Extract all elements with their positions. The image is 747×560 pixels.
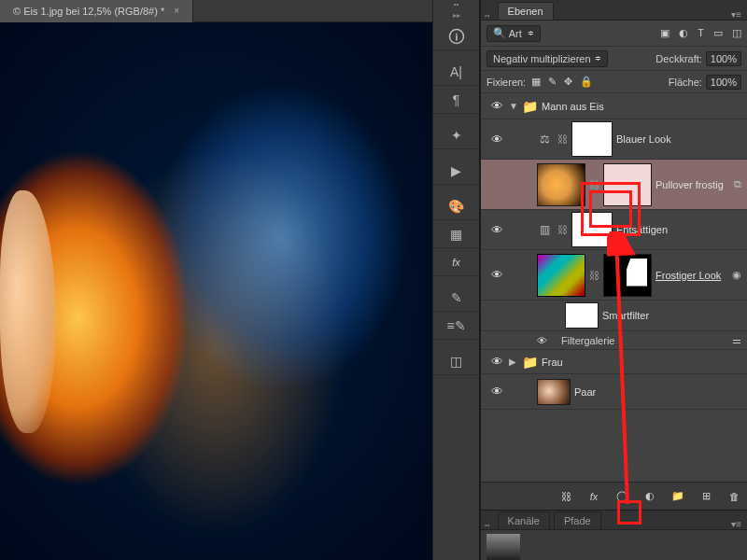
panel-menu-icon[interactable]: ▾≡	[731, 519, 741, 529]
swatches-panel-icon[interactable]: ▦	[433, 220, 479, 248]
color-panel-icon[interactable]: 🎨	[433, 192, 479, 220]
adjustment-balance-icon: ⚖	[537, 132, 552, 147]
lock-transparency-icon[interactable]: ▦	[531, 76, 541, 88]
channel-thumbnail[interactable]	[524, 534, 557, 560]
panel-grip[interactable]: ••	[481, 11, 494, 20]
layer-name[interactable]: Frau	[542, 357, 563, 368]
filter-shape-icon[interactable]: ▭	[713, 27, 723, 39]
dock-collapse-arrows[interactable]: ▸▸	[433, 11, 479, 22]
visibility-eye-icon[interactable]: 👁	[485, 133, 509, 147]
layer-name[interactable]: Entsättigen	[616, 224, 668, 235]
collapsed-panel-dock: •• ▸▸ i A| ¶ ✦ ▶ 🎨 ▦ fx ✎ ≡✎ ◫	[432, 0, 480, 560]
panel-menu-icon[interactable]: ▾≡	[731, 9, 741, 20]
lock-position-icon[interactable]: ✥	[564, 76, 572, 88]
smart-object-icon: ⧉	[734, 178, 741, 190]
visibility-eye-icon[interactable]: 👁	[485, 99, 509, 113]
canvas-area[interactable]	[0, 22, 432, 560]
layer-paar[interactable]: 👁 Paar	[481, 374, 747, 410]
lock-all-icon[interactable]: 🔒	[580, 76, 593, 88]
opacity-label: Deckkraft:	[655, 53, 702, 64]
styles-panel-icon[interactable]: fx	[433, 248, 479, 276]
document-tab[interactable]: © Eis 1.jpg bei 12,5% (RGB/8#) * ×	[0, 0, 193, 22]
group-disclosure-icon[interactable]: ▼	[509, 101, 522, 111]
layer-frostiger-look[interactable]: 👁 ⛓ Frostiger Look ◉	[481, 250, 747, 301]
blend-mode-value: Negativ multiplizieren	[493, 53, 591, 64]
layer-smartfilter-row[interactable]: Smartfilter	[481, 301, 747, 331]
filter-pixel-icon[interactable]: ▣	[660, 27, 669, 39]
filter-settings-icon[interactable]: ⚌	[732, 334, 741, 346]
layer-blauer-look[interactable]: 👁 ⚖ ⛓ Blauer Look	[481, 119, 747, 160]
layer-pullover-frostig[interactable]: ⛓ Pullover frostig ⧉	[481, 160, 747, 210]
visibility-eye-icon[interactable]: 👁	[485, 385, 509, 399]
layer-mask-thumbnail[interactable]	[571, 121, 613, 157]
dock-grip[interactable]: ••	[433, 0, 479, 11]
layer-filter-kind-select[interactable]: 🔍 Art ≑	[486, 25, 541, 42]
layer-entsaettigen[interactable]: 👁 ▥ ⛓ Entsättigen	[481, 210, 747, 250]
opacity-value[interactable]: 100%	[706, 51, 741, 66]
layer-name[interactable]: Smartfilter	[602, 310, 649, 321]
filter-name[interactable]: Filtergalerie	[561, 335, 614, 346]
channels-tab[interactable]: Kanäle	[498, 511, 550, 529]
layer-thumbnail[interactable]	[537, 163, 585, 206]
info-panel-icon[interactable]: i	[433, 22, 479, 50]
brush-panel-icon[interactable]: ✎	[433, 284, 479, 312]
visibility-eye-icon[interactable]: 👁	[537, 335, 556, 346]
visibility-eye-icon[interactable]: 👁	[485, 355, 509, 369]
delete-layer-icon[interactable]: 🗑	[726, 491, 741, 502]
close-tab-icon[interactable]: ×	[174, 6, 179, 16]
mask-link-icon[interactable]: ⛓	[589, 270, 599, 281]
layer-thumbnail[interactable]	[537, 254, 585, 297]
lock-paint-icon[interactable]: ✎	[548, 76, 557, 88]
layer-thumbnail[interactable]	[537, 379, 571, 405]
folder-icon: 📁	[522, 99, 538, 114]
smartfilter-filtergalerie[interactable]: 👁 Filtergalerie ⚌	[481, 331, 747, 350]
layer-name[interactable]: Pullover frostig	[655, 179, 724, 190]
layer-name[interactable]: Paar	[574, 386, 596, 398]
new-layer-icon[interactable]: ⊞	[698, 490, 713, 502]
filter-adjustment-icon[interactable]: ◐	[679, 27, 688, 39]
lock-label: Fixieren:	[486, 77, 526, 88]
fill-value[interactable]: 100%	[706, 75, 741, 90]
link-layers-icon[interactable]: ⛓	[558, 491, 573, 502]
mask-link-icon[interactable]: ⛓	[557, 224, 568, 235]
adjustment-hue-sat-icon: ▥	[537, 222, 552, 237]
brush-presets-panel-icon[interactable]: ≡✎	[433, 312, 479, 340]
kuler-panel-icon[interactable]: ✦	[433, 121, 479, 149]
mask-link-icon[interactable]: ⛓	[557, 133, 568, 145]
chevron-down-icon: ≑	[528, 29, 534, 37]
layer-mask-thumbnail[interactable]	[603, 163, 652, 206]
visibility-eye-icon[interactable]: 👁	[485, 223, 509, 237]
navigator-panel-icon[interactable]: ◫	[433, 347, 479, 375]
document-image	[0, 22, 432, 560]
paths-tab[interactable]: Pfade	[554, 511, 601, 529]
group-disclosure-icon[interactable]: ▶	[509, 357, 522, 367]
layer-mask-thumbnail[interactable]	[603, 254, 652, 297]
filter-smart-icon[interactable]: ◫	[732, 27, 741, 39]
paragraph-panel-icon[interactable]: ¶	[433, 86, 479, 114]
visibility-eye-icon[interactable]: 👁	[485, 268, 509, 282]
filter-type-icon[interactable]: T	[698, 27, 704, 39]
character-panel-icon[interactable]: A|	[433, 58, 479, 86]
layer-fx-icon[interactable]: fx	[586, 491, 601, 502]
layers-footer: ⛓ fx ◯ ◐ 📁 ⊞ 🗑	[481, 482, 747, 510]
layers-panel: •• Ebenen ▾≡ 🔍 Art ≑ ▣ ◐ T ▭ ◫ Negativ m…	[480, 0, 747, 560]
svg-text:i: i	[456, 33, 458, 41]
layer-name[interactable]: Mann aus Eis	[542, 101, 604, 112]
smart-filter-toggle-icon[interactable]: ◉	[732, 269, 741, 281]
layer-mask-thumbnail[interactable]	[571, 212, 613, 247]
folder-icon: 📁	[522, 355, 538, 370]
add-mask-icon[interactable]: ◯	[614, 490, 629, 502]
blend-mode-select[interactable]: Negativ multiplizieren ≑	[486, 50, 608, 67]
new-group-icon[interactable]: 📁	[670, 490, 685, 502]
channel-thumbnail[interactable]	[486, 534, 520, 560]
actions-panel-icon[interactable]: ▶	[433, 157, 479, 185]
adjustment-layer-icon[interactable]: ◐	[642, 490, 657, 502]
layer-group-mann-aus-eis[interactable]: 👁 ▼ 📁 Mann aus Eis	[481, 93, 747, 119]
mask-link-icon[interactable]: ⛓	[589, 179, 599, 190]
layers-tab[interactable]: Ebenen	[498, 2, 554, 20]
layer-name[interactable]: Blauer Look	[616, 133, 671, 145]
layer-name[interactable]: Frostiger Look	[655, 270, 721, 281]
layer-group-frau[interactable]: 👁 ▶ 📁 Frau	[481, 350, 747, 374]
panel-grip[interactable]: ••	[481, 521, 494, 529]
smartfilter-mask-thumbnail[interactable]	[565, 302, 599, 329]
